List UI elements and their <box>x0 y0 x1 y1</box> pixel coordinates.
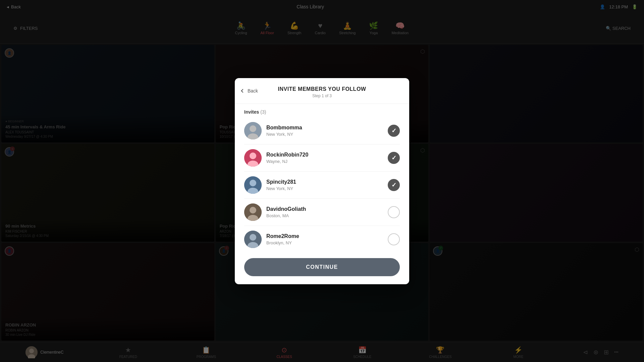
modal-back-label: Back <box>248 88 258 94</box>
svg-point-13 <box>250 234 256 241</box>
member-info-spincity281: Spincity281 New York, NY <box>266 179 383 191</box>
member-info-bombmomma: Bombmomma New York, NY <box>266 125 383 137</box>
member-name-bombmomma: Bombmomma <box>266 125 383 131</box>
member-checkbox-rockinrobin720[interactable] <box>388 152 400 164</box>
member-row-rome2rome[interactable]: Rome2Rome Brooklyn, NY <box>244 226 400 253</box>
member-name-rockinrobin720: RockinRobin720 <box>266 152 383 158</box>
member-row-spincity281[interactable]: Spincity281 New York, NY <box>244 172 400 199</box>
svg-point-4 <box>250 153 256 159</box>
modal-footer: CONTINUE <box>235 253 409 284</box>
member-info-rockinrobin720: RockinRobin720 Wayne, NJ <box>266 152 383 164</box>
member-checkbox-davidnogoliath[interactable] <box>388 206 400 218</box>
modal-body: Invites (3) Bombmomma New York, NY <box>235 104 409 253</box>
member-location-bombmomma: New York, NY <box>266 132 383 137</box>
svg-point-1 <box>250 125 256 132</box>
invites-count: (3) <box>260 109 266 115</box>
member-avatar-davidnogoliath <box>244 203 262 221</box>
modal-back-button[interactable]: Back <box>241 88 258 94</box>
member-row-bombmomma[interactable]: Bombmomma New York, NY <box>244 117 400 144</box>
member-info-rome2rome: Rome2Rome Brooklyn, NY <box>266 233 383 245</box>
member-row-davidnogoliath[interactable]: DavidnoGoliath Boston, MA <box>244 199 400 226</box>
back-chevron-icon <box>241 89 245 93</box>
member-location-rome2rome: Brooklyn, NY <box>266 240 383 245</box>
member-avatar-bombmomma <box>244 122 262 139</box>
member-location-davidnogoliath: Boston, MA <box>266 213 383 218</box>
member-avatar-spincity281 <box>244 176 262 194</box>
member-name-spincity281: Spincity281 <box>266 179 383 185</box>
modal-overlay: Back INVITE MEMBERS YOU FOLLOW Step 1 of… <box>0 0 644 362</box>
svg-point-7 <box>250 180 256 186</box>
member-location-rockinrobin720: Wayne, NJ <box>266 159 383 164</box>
continue-button[interactable]: CONTINUE <box>244 258 400 276</box>
member-avatar-rockinrobin720 <box>244 149 262 167</box>
modal-subtitle: Step 1 of 3 <box>244 94 400 98</box>
member-avatar-rome2rome <box>244 231 262 248</box>
modal-header: Back INVITE MEMBERS YOU FOLLOW Step 1 of… <box>235 78 409 104</box>
member-checkbox-spincity281[interactable] <box>388 179 400 191</box>
member-name-davidnogoliath: DavidnoGoliath <box>266 206 383 212</box>
invite-modal: Back INVITE MEMBERS YOU FOLLOW Step 1 of… <box>235 78 409 284</box>
member-checkbox-rome2rome[interactable] <box>388 233 400 245</box>
member-location-spincity281: New York, NY <box>266 186 383 191</box>
member-row-rockinrobin720[interactable]: RockinRobin720 Wayne, NJ <box>244 144 400 172</box>
invites-label: Invites (3) <box>244 104 400 117</box>
member-name-rome2rome: Rome2Rome <box>266 233 383 239</box>
svg-point-10 <box>250 207 256 214</box>
modal-title: INVITE MEMBERS YOU FOLLOW <box>244 86 400 92</box>
member-checkbox-bombmomma[interactable] <box>388 125 400 137</box>
member-info-davidnogoliath: DavidnoGoliath Boston, MA <box>266 206 383 218</box>
